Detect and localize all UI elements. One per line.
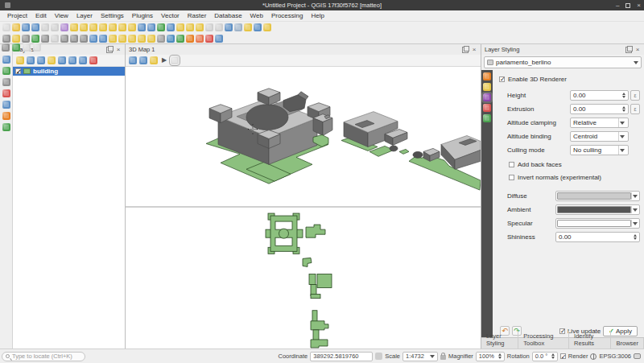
dock-tab[interactable]: Layer Styling — [481, 331, 518, 349]
field-calculator-icon[interactable] — [215, 23, 223, 31]
highlight-labels-icon[interactable] — [138, 35, 146, 43]
menu-item[interactable]: Help — [307, 10, 328, 22]
add-group-icon[interactable] — [27, 56, 35, 64]
refresh-icon[interactable] — [157, 23, 165, 31]
height-spinbox[interactable]: 0.00 — [570, 90, 629, 101]
mesh-calculator-icon[interactable] — [157, 35, 165, 43]
layer-diagram-icon[interactable] — [118, 35, 126, 43]
add-vector-layer-icon[interactable] — [2, 67, 10, 75]
menu-item[interactable]: Project — [3, 10, 31, 22]
menu-item[interactable]: Edit — [31, 10, 51, 22]
extrusion-spinbox[interactable]: 0.00 — [570, 104, 629, 114]
osm-search-icon[interactable] — [196, 35, 204, 43]
delete-selected-icon[interactable] — [51, 35, 59, 43]
toggle-editing-icon[interactable] — [12, 35, 20, 43]
history-tab-icon[interactable] — [483, 114, 491, 122]
layer-selector-dropdown[interactable]: parlamento_berlino — [484, 56, 642, 68]
close-panel-icon[interactable]: × — [471, 47, 477, 53]
redo-icon[interactable] — [99, 35, 107, 43]
layer-labeling-icon[interactable] — [109, 35, 117, 43]
map3d-viewport[interactable] — [126, 67, 481, 206]
style-manager-icon[interactable] — [60, 23, 68, 31]
invert-normals-checkbox[interactable] — [509, 175, 514, 180]
digitize-polygon-icon[interactable] — [31, 35, 39, 43]
open-layer-styling-icon[interactable] — [16, 56, 24, 64]
options-gear-icon[interactable] — [171, 56, 179, 64]
close-panel-icon[interactable]: × — [115, 47, 122, 53]
data-defined-override-button[interactable]: ε — [630, 104, 640, 114]
open-project-icon[interactable] — [12, 23, 20, 31]
copy-features-icon[interactable] — [70, 35, 78, 43]
plugin-settings-icon[interactable] — [186, 35, 194, 43]
locator-search-input[interactable]: Type to locate (Ctrl+K) — [2, 352, 85, 361]
zoom-full-icon[interactable] — [109, 23, 117, 31]
paste-features-icon[interactable] — [80, 35, 88, 43]
view-3d-tab-icon[interactable] — [483, 93, 491, 101]
pin-labels-icon[interactable] — [128, 35, 136, 43]
animations-icon[interactable]: ▶ — [160, 56, 168, 64]
move-label-icon[interactable] — [147, 35, 155, 43]
labels-tab-icon[interactable] — [483, 83, 491, 91]
add-raster-layer-icon[interactable] — [2, 78, 10, 86]
menu-item[interactable]: Layer — [72, 10, 97, 22]
measure-icon[interactable] — [234, 23, 242, 31]
layer-item-building[interactable]: building — [13, 67, 125, 76]
add-point-cloud-icon[interactable] — [2, 101, 10, 109]
shininess-spinbox[interactable]: 0.00 — [555, 232, 640, 242]
add-back-faces-checkbox[interactable] — [509, 162, 514, 167]
menu-item[interactable]: Settings — [97, 10, 128, 22]
sum-icon[interactable] — [244, 23, 252, 31]
new-project-icon[interactable] — [2, 23, 10, 31]
crs-status[interactable]: EPSG:3006 — [599, 353, 631, 360]
current-edits-icon[interactable] — [2, 35, 10, 43]
georeferencer-icon[interactable] — [205, 35, 213, 43]
menu-item[interactable]: Raster — [184, 10, 211, 22]
zoom-next-icon[interactable] — [147, 23, 155, 31]
float-panel-icon[interactable] — [462, 47, 469, 53]
live-update-checkbox[interactable] — [559, 328, 565, 334]
magnifier-spinbox[interactable]: 100% — [476, 352, 505, 361]
float-panel-icon[interactable] — [625, 47, 632, 53]
new-geopackage-icon[interactable] — [2, 123, 10, 131]
identify-icon[interactable] — [167, 23, 175, 31]
new-layout-icon[interactable] — [41, 23, 49, 31]
save-as-image-icon[interactable] — [139, 56, 147, 64]
dock-tab[interactable]: Browser — [611, 338, 644, 349]
specular-color-dropdown[interactable] — [555, 218, 640, 229]
menu-item[interactable]: Vector — [157, 10, 184, 22]
measure-line-3d-icon[interactable] — [150, 56, 158, 64]
rotation-spinbox[interactable]: 0.0 ° — [532, 352, 558, 361]
scale-dropdown[interactable]: 1:4732 — [402, 352, 438, 361]
python-console-icon[interactable] — [263, 23, 271, 31]
close-panel-icon[interactable]: × — [634, 47, 641, 53]
layout-manager-icon[interactable] — [51, 23, 59, 31]
menu-item[interactable]: View — [51, 10, 72, 22]
coordinate-input[interactable]: 389292.5819760 — [310, 352, 373, 361]
ambient-color-dropdown[interactable] — [555, 204, 640, 215]
circle-tool2-icon[interactable] — [33, 43, 41, 52]
zoom-to-layer-icon[interactable] — [128, 23, 136, 31]
enable-3d-renderer-checkbox[interactable] — [499, 76, 505, 82]
extents-icon[interactable] — [375, 353, 382, 360]
lock-scale-icon[interactable] — [440, 355, 446, 360]
expand-all-icon[interactable] — [68, 56, 76, 64]
statistics-icon[interactable] — [225, 23, 233, 31]
menu-item[interactable]: Processing — [267, 10, 308, 22]
bookmark-icon[interactable] — [254, 23, 262, 31]
diffuse-color-dropdown[interactable] — [555, 191, 640, 201]
vertex-tool-icon[interactable] — [41, 35, 49, 43]
filter-expression-icon[interactable] — [58, 56, 66, 64]
zoom-last-icon[interactable] — [138, 23, 146, 31]
menu-item[interactable]: Plugins — [128, 10, 157, 22]
menu-item[interactable]: Web — [246, 10, 267, 22]
altitude-binding-dropdown[interactable]: Centroid — [570, 131, 629, 142]
save-project-icon[interactable] — [22, 23, 30, 31]
select-by-expression-icon[interactable] — [186, 23, 194, 31]
float-panel-icon[interactable] — [106, 47, 113, 53]
layer-visibility-checkbox[interactable] — [15, 68, 21, 74]
pan-to-selection-icon[interactable] — [80, 23, 88, 31]
menu-item[interactable]: Database — [210, 10, 246, 22]
add-mesh-layer-icon[interactable] — [2, 89, 10, 97]
camera-control-icon[interactable] — [129, 56, 137, 64]
symbology-tab-icon[interactable] — [483, 72, 491, 80]
